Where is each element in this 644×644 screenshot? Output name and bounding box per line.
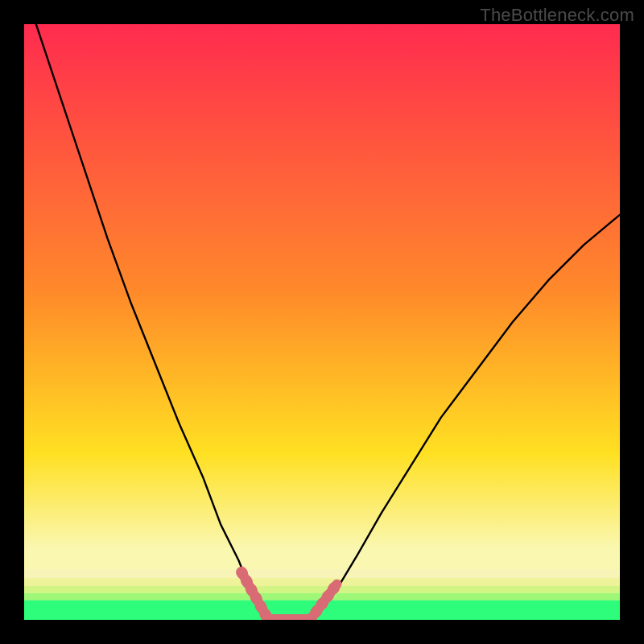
svg-rect-6 [24,569,620,578]
watermark-text: TheBottleneck.com [480,5,634,26]
bottleneck-curve-chart [24,24,620,620]
svg-rect-8 [24,586,620,593]
chart-frame: TheBottleneck.com [0,0,644,644]
plot-area [24,24,620,620]
svg-rect-7 [24,578,620,586]
svg-rect-0 [24,24,620,620]
